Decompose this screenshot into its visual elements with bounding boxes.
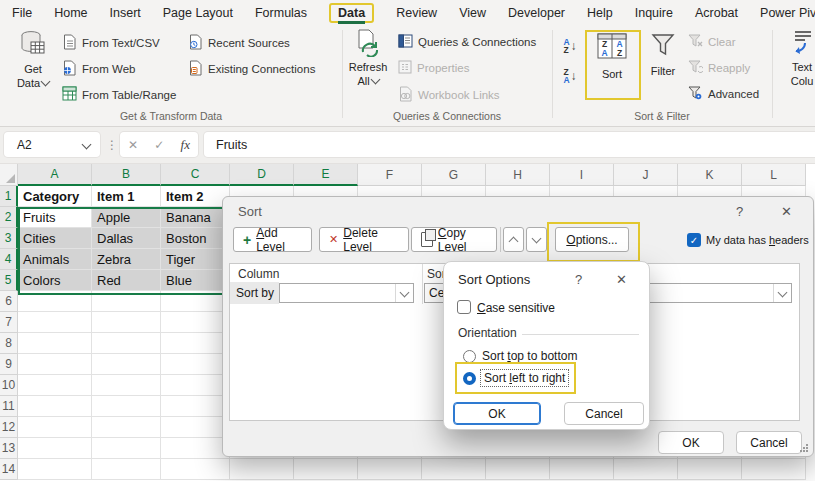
- from-text-csv-button[interactable]: From Text/CSV: [62, 34, 160, 52]
- cell-C9[interactable]: [161, 354, 230, 375]
- cell-A1[interactable]: Category: [18, 186, 92, 207]
- resize-grip[interactable]: [799, 443, 809, 453]
- cell-B6[interactable]: [92, 291, 161, 312]
- row-header-4[interactable]: 4: [0, 249, 18, 270]
- sort-top-to-bottom-radio[interactable]: [463, 350, 476, 363]
- cell-L14[interactable]: [742, 459, 806, 480]
- queries-connections-button[interactable]: Queries & Connections: [398, 34, 536, 50]
- column-header-F[interactable]: F: [358, 164, 422, 186]
- advanced-filter-button[interactable]: Advanced: [688, 86, 759, 102]
- formula-input[interactable]: Fruits: [204, 132, 815, 157]
- cell-B8[interactable]: [92, 333, 161, 354]
- tab-view[interactable]: View: [459, 4, 486, 22]
- select-all-corner[interactable]: [0, 164, 18, 186]
- column-header-E[interactable]: E: [294, 164, 358, 186]
- refresh-all-button[interactable]: Refresh All: [346, 29, 390, 88]
- sort-ascending-button[interactable]: AZ ↓: [556, 33, 584, 59]
- cell-A12[interactable]: [18, 417, 92, 438]
- cell-B7[interactable]: [92, 312, 161, 333]
- cell-A6[interactable]: [18, 291, 92, 312]
- cell-J14[interactable]: [614, 459, 678, 480]
- column-header-J[interactable]: J: [614, 164, 678, 186]
- sort-options-ok-button[interactable]: OK: [453, 402, 541, 425]
- cell-A3[interactable]: Cities: [18, 228, 92, 249]
- cell-B4[interactable]: Zebra: [92, 249, 161, 270]
- move-down-button[interactable]: [526, 227, 547, 252]
- cell-H14[interactable]: [486, 459, 550, 480]
- cell-D14[interactable]: [230, 459, 294, 480]
- tab-inquire[interactable]: Inquire: [635, 4, 673, 22]
- column-header-G[interactable]: G: [422, 164, 486, 186]
- options-button[interactable]: Options...: [555, 227, 629, 252]
- copy-level-button[interactable]: Copy Level: [411, 227, 497, 252]
- cell-C7[interactable]: [161, 312, 230, 333]
- cell-I14[interactable]: [550, 459, 614, 480]
- enter-icon[interactable]: ✓: [154, 138, 164, 152]
- row-header-13[interactable]: 13: [0, 438, 18, 459]
- sort-options-cancel-button[interactable]: Cancel: [564, 402, 644, 425]
- name-box[interactable]: A2: [4, 132, 100, 157]
- insert-function-icon[interactable]: fx: [181, 137, 190, 153]
- delete-level-button[interactable]: ✕ Delete Level: [319, 227, 409, 252]
- row-header-3[interactable]: 3: [0, 228, 18, 249]
- row-header-7[interactable]: 7: [0, 312, 18, 333]
- cell-C11[interactable]: [161, 396, 230, 417]
- from-table-range-button[interactable]: From Table/Range: [62, 86, 176, 103]
- column-header-L[interactable]: L: [742, 164, 806, 186]
- tab-page-layout[interactable]: Page Layout: [163, 4, 233, 22]
- cell-B14[interactable]: [92, 459, 161, 480]
- from-web-button[interactable]: From Web: [62, 60, 135, 78]
- my-data-has-headers-checkbox[interactable]: ✓: [687, 233, 701, 247]
- cell-C8[interactable]: [161, 333, 230, 354]
- text-to-columns-button[interactable]: Text Colu: [780, 29, 815, 88]
- filter-button[interactable]: Filter: [642, 32, 684, 78]
- cell-A5[interactable]: Colors: [18, 270, 92, 291]
- cell-G14[interactable]: [422, 459, 486, 480]
- row-header-2[interactable]: 2: [0, 207, 18, 228]
- row-header-14[interactable]: 14: [0, 459, 18, 480]
- close-icon[interactable]: ✕: [616, 272, 627, 287]
- column-header-A[interactable]: A: [18, 164, 92, 186]
- cell-B3[interactable]: Dallas: [92, 228, 161, 249]
- sort-ok-button[interactable]: OK: [658, 431, 724, 454]
- case-sensitive-checkbox[interactable]: [457, 300, 471, 314]
- tab-insert[interactable]: Insert: [110, 4, 141, 22]
- help-icon[interactable]: ?: [575, 272, 582, 287]
- sort-button[interactable]: Z A A Z Sort: [589, 32, 635, 81]
- tab-help[interactable]: Help: [587, 4, 613, 22]
- cell-A7[interactable]: [18, 312, 92, 333]
- cell-C12[interactable]: [161, 417, 230, 438]
- cell-A11[interactable]: [18, 396, 92, 417]
- column-header-H[interactable]: H: [486, 164, 550, 186]
- cancel-icon[interactable]: ✕: [128, 138, 138, 152]
- row-header-11[interactable]: 11: [0, 396, 18, 417]
- cell-B5[interactable]: Red: [92, 270, 161, 291]
- cell-B2[interactable]: Apple: [92, 207, 161, 228]
- cell-B13[interactable]: [92, 438, 161, 459]
- cell-E14[interactable]: [294, 459, 358, 480]
- row-header-12[interactable]: 12: [0, 417, 18, 438]
- existing-connections-button[interactable]: Existing Connections: [188, 60, 315, 78]
- cell-A4[interactable]: Animals: [18, 249, 92, 270]
- cell-C3[interactable]: Boston: [161, 228, 230, 249]
- cell-C1[interactable]: Item 2: [161, 186, 230, 207]
- tab-developer[interactable]: Developer: [508, 4, 565, 22]
- cell-C14[interactable]: [161, 459, 230, 480]
- tab-file[interactable]: File: [12, 4, 32, 22]
- cell-C13[interactable]: [161, 438, 230, 459]
- cell-C6[interactable]: [161, 291, 230, 312]
- sort-cancel-button[interactable]: Cancel: [736, 431, 802, 454]
- column-header-B[interactable]: B: [92, 164, 161, 186]
- cell-C10[interactable]: [161, 375, 230, 396]
- row-header-5[interactable]: 5: [0, 270, 18, 291]
- column-header-K[interactable]: K: [678, 164, 742, 186]
- tab-formulas[interactable]: Formulas: [255, 4, 307, 22]
- sort-descending-button[interactable]: ZA ↓: [556, 63, 584, 89]
- cell-B10[interactable]: [92, 375, 161, 396]
- cell-C4[interactable]: Tiger: [161, 249, 230, 270]
- cell-A10[interactable]: [18, 375, 92, 396]
- move-up-button[interactable]: [503, 227, 524, 252]
- get-data-button[interactable]: Get Data: [6, 29, 60, 90]
- row-header-8[interactable]: 8: [0, 333, 18, 354]
- cell-A14[interactable]: [18, 459, 92, 480]
